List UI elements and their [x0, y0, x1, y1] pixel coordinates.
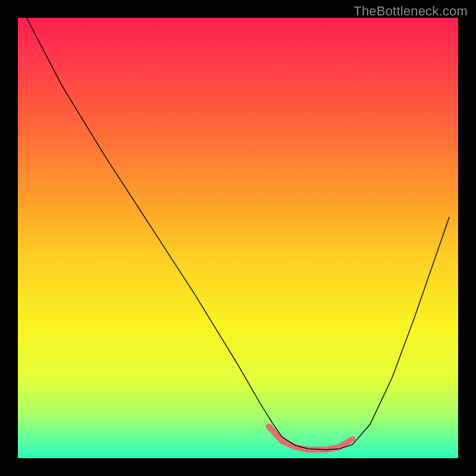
chart-container: TheBottleneck.com: [0, 0, 476, 476]
gradient-background: [18, 18, 458, 458]
chart-svg: [18, 18, 458, 458]
watermark-text: TheBottleneck.com: [353, 4, 468, 19]
plot-area: [18, 18, 458, 458]
